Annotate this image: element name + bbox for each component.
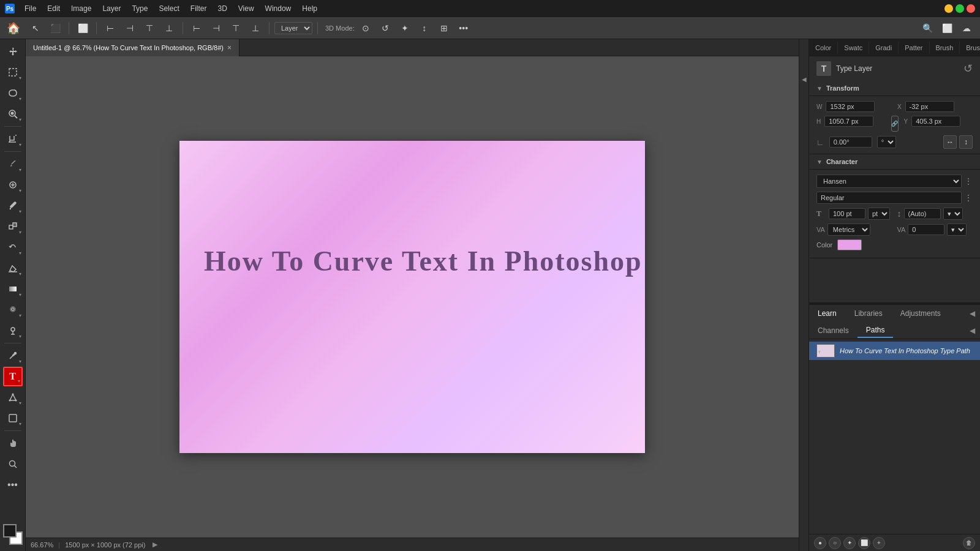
align-left[interactable]: ⊢ (102, 20, 119, 36)
heal-tool[interactable]: ▾ (3, 175, 23, 195)
distribute[interactable]: ⊥ (247, 20, 264, 36)
3d-roll[interactable]: ↺ (377, 20, 394, 36)
angle-dropdown[interactable]: ° (877, 136, 896, 148)
x-input[interactable] (905, 101, 954, 112)
menu-filter[interactable]: Filter (186, 3, 212, 14)
flip-h-button[interactable]: ↔ (943, 135, 957, 149)
menu-layer[interactable]: Layer (97, 3, 126, 14)
font-style-options[interactable]: ⋮ (964, 193, 973, 203)
close-button[interactable] (967, 4, 975, 13)
stroke-path-button[interactable]: ○ (829, 537, 841, 549)
panel-expand-button[interactable]: ◀ (965, 324, 980, 337)
font-color-swatch[interactable] (837, 239, 862, 250)
more-tools[interactable]: ••• (3, 475, 23, 495)
status-arrow[interactable]: ▶ (153, 541, 157, 549)
cloud-button[interactable]: ☁ (958, 20, 975, 36)
new-path-button[interactable]: + (873, 537, 885, 549)
menu-3d[interactable]: 3D (213, 3, 232, 14)
move-tool-option[interactable]: ↖ (27, 20, 44, 36)
font-size-unit[interactable]: pt (868, 208, 890, 220)
leading-input[interactable] (904, 208, 941, 219)
panel-collapse-button[interactable]: ◀ (799, 39, 809, 551)
reset-transform-button[interactable]: ↺ (963, 62, 973, 75)
3d-orbit[interactable]: ⊙ (357, 20, 374, 36)
clone-stamp-tool[interactable]: ▾ (3, 217, 23, 236)
align-right[interactable]: ⊤ (141, 20, 158, 36)
font-size-input[interactable] (829, 208, 865, 219)
history-brush-tool[interactable]: ▾ (3, 238, 23, 257)
minimize-button[interactable] (944, 4, 953, 13)
tab-adjustments[interactable]: Adjustments (892, 307, 950, 320)
document-tab[interactable]: Untitled-1 @ 66.7% (How To Curve Text In… (26, 39, 239, 56)
angle-input[interactable] (829, 137, 872, 148)
move-tool[interactable] (3, 42, 23, 61)
chain-link[interactable]: 🔗 (891, 116, 899, 132)
menu-file[interactable]: File (20, 3, 41, 14)
align-option[interactable]: ⬛ (47, 20, 64, 36)
path-select-tool[interactable]: ▾ (3, 388, 23, 407)
3d-pan[interactable]: ✦ (396, 20, 413, 36)
menu-help[interactable]: Help (297, 3, 322, 14)
menu-view[interactable]: View (233, 3, 259, 14)
leading-unit[interactable]: ▾ (943, 208, 963, 220)
menu-edit[interactable]: Edit (42, 3, 65, 14)
h-input[interactable] (824, 116, 873, 127)
quick-select-tool[interactable]: ▾ (3, 104, 23, 124)
tab-patterns[interactable]: Patter (899, 42, 929, 54)
3d-slide[interactable]: ↕ (416, 20, 433, 36)
align-center-v[interactable]: ⊣ (208, 20, 225, 36)
w-input[interactable] (826, 101, 875, 112)
tab-paths[interactable]: Paths (858, 323, 894, 338)
path-item[interactable]: T How To Curve Text In Photoshop Type Pa… (809, 342, 980, 360)
kerning-select[interactable]: Metrics (827, 223, 870, 236)
search-button[interactable]: 🔍 (919, 20, 936, 36)
lower-panel-expand[interactable]: ◀ (965, 307, 980, 320)
menu-window[interactable]: Window (260, 3, 296, 14)
align-top-v[interactable]: ⊢ (188, 20, 205, 36)
layer-select[interactable]: Layer (274, 22, 312, 34)
dodge-tool[interactable]: ▾ (3, 321, 23, 340)
menu-select[interactable]: Select (154, 3, 184, 14)
font-options-button[interactable]: ⋮ (964, 176, 973, 186)
menu-type[interactable]: Type (127, 3, 153, 14)
tab-swatches[interactable]: Swatc (838, 42, 869, 54)
marquee-tool[interactable]: ▾ (3, 62, 23, 82)
tab-gradients[interactable]: Gradi (869, 42, 899, 54)
pen-tool[interactable]: ▾ (3, 346, 23, 365)
font-style-input[interactable] (816, 192, 962, 204)
align-top[interactable]: ⊥ (160, 20, 178, 36)
tab-color[interactable]: Color (809, 42, 838, 54)
text-tool[interactable]: T ▾ (3, 367, 23, 386)
delete-path-button[interactable]: 🗑 (963, 537, 975, 549)
foreground-color[interactable] (3, 524, 17, 538)
3d-scale[interactable]: ⊞ (435, 20, 453, 36)
transform-section-header[interactable]: ▼ Transform (809, 81, 980, 96)
hand-tool[interactable] (3, 433, 23, 453)
maximize-button[interactable] (956, 4, 964, 13)
more-options[interactable]: ••• (455, 20, 472, 36)
transform-option[interactable]: ⬜ (74, 20, 91, 36)
make-mask-button[interactable]: ⬜ (858, 537, 870, 549)
character-section-header[interactable]: ▼ Character (809, 154, 980, 170)
lasso-tool[interactable]: ▾ (3, 83, 23, 103)
tab-learn[interactable]: Learn (809, 307, 846, 320)
tab-close-button[interactable]: × (227, 43, 232, 52)
zoom-tool[interactable] (3, 454, 23, 474)
frame-button[interactable]: ⬜ (938, 20, 956, 36)
home-button[interactable]: 🏠 (5, 20, 22, 36)
crop-tool[interactable]: ▾ (3, 129, 23, 149)
y-input[interactable] (911, 116, 960, 127)
eyedropper-tool[interactable]: ▾ (3, 154, 23, 174)
flip-v-button[interactable]: ↕ (959, 135, 973, 149)
document-canvas[interactable]: How To Curve Text In Photoshop (179, 141, 645, 453)
tab-brushes1[interactable]: Brush (930, 42, 960, 54)
tracking-input[interactable] (908, 224, 944, 235)
font-family-select[interactable]: Hansen (816, 174, 962, 188)
align-center-h[interactable]: ⊣ (121, 20, 138, 36)
tab-libraries[interactable]: Libraries (846, 307, 892, 320)
tracking-unit[interactable]: ▾ (947, 223, 967, 236)
path-selection-button[interactable]: ✦ (843, 537, 856, 549)
eraser-tool[interactable]: ▾ (3, 258, 23, 278)
shape-tool[interactable]: ▾ (3, 408, 23, 428)
align-bottom-v[interactable]: ⊤ (227, 20, 244, 36)
